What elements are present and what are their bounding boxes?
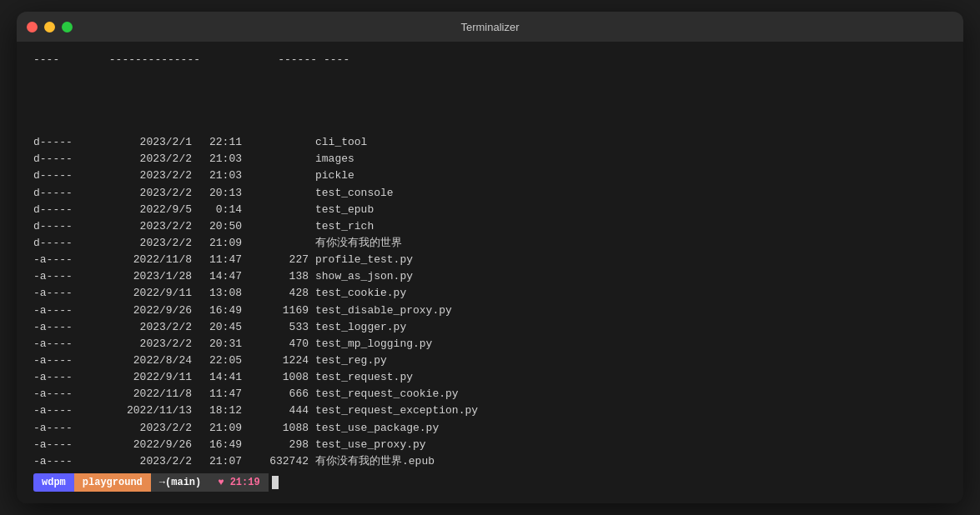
file-list: d-----2023/2/122:11cli_toold-----2023/2/…	[33, 134, 947, 470]
table-row: d-----2023/2/220:50test_rich	[33, 218, 947, 235]
window-title: Terminalizer	[460, 21, 519, 33]
table-row: d-----2023/2/221:03images	[33, 151, 947, 168]
table-row: d-----2023/2/122:11cli_tool	[33, 134, 947, 151]
table-row: -a----2023/2/220:45533test_logger.py	[33, 319, 947, 336]
terminal-window: Terminalizer ---- -------------- ------ …	[17, 12, 963, 503]
table-row: -a----2022/11/1318:12444test_request_exc…	[33, 402, 947, 419]
maximize-button[interactable]	[62, 22, 73, 32]
table-row: -a----2022/8/2422:051224test_reg.py	[33, 352, 947, 369]
table-row: -a----2022/11/811:47666test_request_cook…	[33, 386, 947, 402]
cursor	[272, 476, 279, 489]
table-row: d-----2023/2/220:13test_console	[33, 185, 947, 202]
table-row: -a----2022/9/1114:411008test_request.py	[33, 369, 947, 386]
table-row: -a----2023/2/220:31470test_mp_logging.py	[33, 336, 947, 352]
status-playground: playground	[74, 473, 151, 492]
table-row: -a----2022/9/2616:491169test_disable_pro…	[33, 302, 947, 319]
status-wdpm: wdpm	[33, 473, 74, 492]
statusbar: wdpm playground →(main) ♥ 21:19	[33, 470, 947, 495]
table-row: -a----2023/1/2814:47138show_as_json.py	[33, 268, 947, 285]
table-row: -a----2023/2/221:091088test_use_package.…	[33, 420, 947, 437]
table-row: -a----2023/2/221:07632742有你没有我的世界.epub	[33, 453, 947, 470]
table-row: d-----2023/2/221:03pickle	[33, 168, 947, 184]
status-branch: →(main)	[151, 473, 209, 492]
table-row: d-----2022/9/5 0:14test_epub	[33, 202, 947, 218]
close-button[interactable]	[27, 22, 38, 32]
table-row: -a----2022/9/2616:49298test_use_proxy.py	[33, 437, 947, 453]
status-heart: ♥ 21:19	[209, 473, 268, 492]
table-row: d-----2023/2/221:09有你没有我的世界	[33, 235, 947, 252]
header-row: ---- -------------- ------ ----	[33, 52, 947, 68]
titlebar: Terminalizer	[17, 12, 963, 42]
minimize-button[interactable]	[44, 22, 55, 32]
table-row: -a----2022/11/811:47227profile_test.py	[33, 252, 947, 268]
terminal-content: ---- -------------- ------ ----	[33, 52, 947, 134]
terminal-body: ---- -------------- ------ ---- d-----20…	[17, 42, 963, 503]
traffic-lights	[27, 22, 73, 32]
table-row: -a----2022/9/1113:08428test_cookie.py	[33, 285, 947, 302]
